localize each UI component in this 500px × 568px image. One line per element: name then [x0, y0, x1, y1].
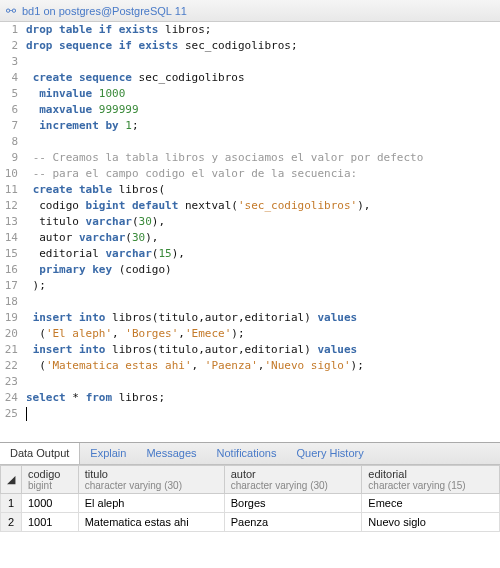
code-line[interactable]: 6 maxvalue 999999	[0, 102, 500, 118]
row-header[interactable]: 2	[1, 513, 22, 532]
line-number: 14	[0, 230, 26, 246]
code-content[interactable]	[26, 134, 500, 150]
code-line[interactable]: 22 ('Matematica estas ahi', 'Paenza','Nu…	[0, 358, 500, 374]
code-content[interactable]: -- Creamos la tabla libros y asociamos e…	[26, 150, 500, 166]
code-content[interactable]: ('Matematica estas ahi', 'Paenza','Nuevo…	[26, 358, 500, 374]
code-content[interactable]: primary key (codigo)	[26, 262, 500, 278]
code-content[interactable]	[26, 406, 500, 422]
code-content[interactable]: -- para el campo codigo el valor de la s…	[26, 166, 500, 182]
line-number: 10	[0, 166, 26, 182]
line-number: 25	[0, 406, 26, 422]
code-line[interactable]: 18	[0, 294, 500, 310]
column-header-titulo[interactable]: titulocharacter varying (30)	[78, 466, 224, 494]
code-line[interactable]: 25	[0, 406, 500, 422]
tab-notifications[interactable]: Notifications	[207, 443, 287, 464]
results-panel: Data OutputExplainMessagesNotificationsQ…	[0, 442, 500, 532]
code-line[interactable]: 16 primary key (codigo)	[0, 262, 500, 278]
code-line[interactable]: 19 insert into libros(titulo,autor,edito…	[0, 310, 500, 326]
text-cursor	[26, 407, 27, 421]
code-content[interactable]	[26, 294, 500, 310]
line-number: 15	[0, 246, 26, 262]
code-content[interactable]	[26, 54, 500, 70]
table-row[interactable]: 21001Matematica estas ahiPaenzaNuevo sig…	[1, 513, 500, 532]
line-number: 21	[0, 342, 26, 358]
code-line[interactable]: 2drop sequence if exists sec_codigolibro…	[0, 38, 500, 54]
line-number: 5	[0, 86, 26, 102]
line-number: 22	[0, 358, 26, 374]
code-content[interactable]: select * from libros;	[26, 390, 500, 406]
line-number: 12	[0, 198, 26, 214]
code-line[interactable]: 20 ('El aleph', 'Borges','Emece');	[0, 326, 500, 342]
code-line[interactable]: 17 );	[0, 278, 500, 294]
code-content[interactable]: titulo varchar(30),	[26, 214, 500, 230]
code-content[interactable]: autor varchar(30),	[26, 230, 500, 246]
tab-messages[interactable]: Messages	[136, 443, 206, 464]
cell[interactable]: Paenza	[224, 513, 362, 532]
line-number: 7	[0, 118, 26, 134]
code-line[interactable]: 11 create table libros(	[0, 182, 500, 198]
code-content[interactable]: maxvalue 999999	[26, 102, 500, 118]
data-output-grid: ◢codigobiginttitulocharacter varying (30…	[0, 465, 500, 532]
grid-corner[interactable]: ◢	[1, 466, 22, 494]
code-line[interactable]: 14 autor varchar(30),	[0, 230, 500, 246]
line-number: 1	[0, 22, 26, 38]
code-content[interactable]: editorial varchar(15),	[26, 246, 500, 262]
tab-query-history[interactable]: Query History	[286, 443, 373, 464]
code-line[interactable]: 8	[0, 134, 500, 150]
code-line[interactable]: 12 codigo bigint default nextval('sec_co…	[0, 198, 500, 214]
code-line[interactable]: 5 minvalue 1000	[0, 86, 500, 102]
code-content[interactable]: drop table if exists libros;	[26, 22, 500, 38]
code-line[interactable]: 10 -- para el campo codigo el valor de l…	[0, 166, 500, 182]
line-number: 16	[0, 262, 26, 278]
line-number: 13	[0, 214, 26, 230]
line-number: 19	[0, 310, 26, 326]
table-row[interactable]: 11000El alephBorgesEmece	[1, 494, 500, 513]
line-number: 9	[0, 150, 26, 166]
code-line[interactable]: 1drop table if exists libros;	[0, 22, 500, 38]
code-line[interactable]: 23	[0, 374, 500, 390]
line-number: 20	[0, 326, 26, 342]
column-header-editorial[interactable]: editorialcharacter varying (15)	[362, 466, 500, 494]
code-content[interactable]: create sequence sec_codigolibros	[26, 70, 500, 86]
line-number: 4	[0, 70, 26, 86]
tab-data-output[interactable]: Data Output	[0, 443, 80, 464]
code-line[interactable]: 15 editorial varchar(15),	[0, 246, 500, 262]
line-number: 18	[0, 294, 26, 310]
code-content[interactable]: drop sequence if exists sec_codigolibros…	[26, 38, 500, 54]
cell[interactable]: 1001	[22, 513, 79, 532]
code-line[interactable]: 9 -- Creamos la tabla libros y asociamos…	[0, 150, 500, 166]
cell[interactable]: El aleph	[78, 494, 224, 513]
cell[interactable]: Emece	[362, 494, 500, 513]
column-header-codigo[interactable]: codigobigint	[22, 466, 79, 494]
tab-explain[interactable]: Explain	[80, 443, 136, 464]
cell[interactable]: Matematica estas ahi	[78, 513, 224, 532]
title-bar: ⚯ bd1 on postgres@PostgreSQL 11	[0, 0, 500, 22]
code-line[interactable]: 21 insert into libros(titulo,autor,edito…	[0, 342, 500, 358]
code-content[interactable]: minvalue 1000	[26, 86, 500, 102]
line-number: 8	[0, 134, 26, 150]
code-line[interactable]: 24select * from libros;	[0, 390, 500, 406]
results-tabs: Data OutputExplainMessagesNotificationsQ…	[0, 443, 500, 465]
code-line[interactable]: 13 titulo varchar(30),	[0, 214, 500, 230]
code-content[interactable]: create table libros(	[26, 182, 500, 198]
line-number: 11	[0, 182, 26, 198]
sql-editor[interactable]: 1drop table if exists libros;2drop seque…	[0, 22, 500, 442]
line-number: 2	[0, 38, 26, 54]
cell[interactable]: 1000	[22, 494, 79, 513]
line-number: 23	[0, 374, 26, 390]
code-content[interactable]: insert into libros(titulo,autor,editoria…	[26, 342, 500, 358]
code-line[interactable]: 7 increment by 1;	[0, 118, 500, 134]
code-content[interactable]	[26, 374, 500, 390]
code-content[interactable]: codigo bigint default nextval('sec_codig…	[26, 198, 500, 214]
cell[interactable]: Nuevo siglo	[362, 513, 500, 532]
code-content[interactable]: ('El aleph', 'Borges','Emece');	[26, 326, 500, 342]
code-line[interactable]: 3	[0, 54, 500, 70]
code-content[interactable]: );	[26, 278, 500, 294]
code-content[interactable]: increment by 1;	[26, 118, 500, 134]
row-header[interactable]: 1	[1, 494, 22, 513]
column-header-autor[interactable]: autorcharacter varying (30)	[224, 466, 362, 494]
code-content[interactable]: insert into libros(titulo,autor,editoria…	[26, 310, 500, 326]
line-number: 24	[0, 390, 26, 406]
cell[interactable]: Borges	[224, 494, 362, 513]
code-line[interactable]: 4 create sequence sec_codigolibros	[0, 70, 500, 86]
